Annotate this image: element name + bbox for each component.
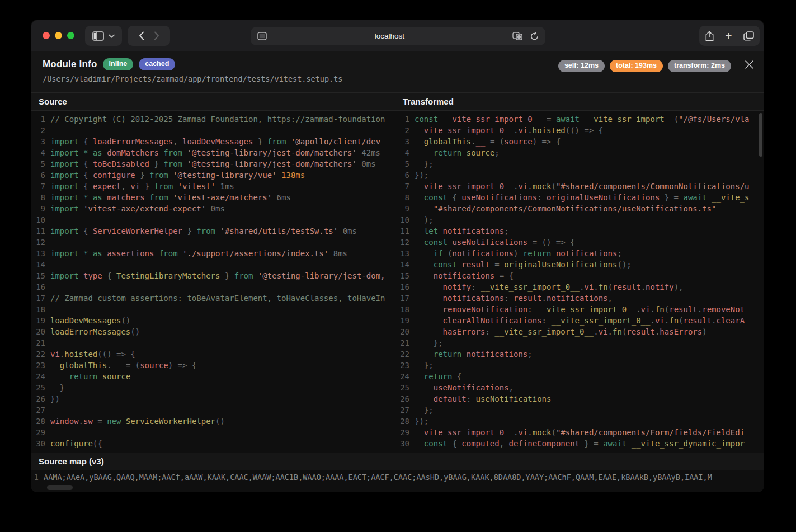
line-number: 9 <box>395 203 415 214</box>
code-line: 12 const useNotifications = () => { <box>395 237 764 248</box>
line-number: 15 <box>31 270 50 281</box>
minimize-window-button[interactable] <box>55 32 62 39</box>
line-number: 3 <box>395 136 415 147</box>
line-number: 29 <box>395 427 415 438</box>
code-line: 30 const { computed, defineComponent } =… <box>395 438 764 449</box>
reader-icon[interactable] <box>257 32 267 40</box>
line-number: 18 <box>395 304 415 315</box>
sourcemap-section: Source map (v3) 1 AAMA;AAeA,yBAAG,QAAQ,M… <box>31 453 764 491</box>
tabs-overview-icon[interactable] <box>743 31 754 41</box>
line-number: 27 <box>395 404 415 416</box>
address-bar[interactable]: localhost $ <box>251 27 545 45</box>
code-line: 3 globalThis.__ = (source) => { <box>395 136 764 147</box>
transformed-code-editor[interactable]: 1const __vite_ssr_import_0__ = await __v… <box>395 111 764 453</box>
line-number: 30 <box>31 438 50 449</box>
line-number: 6 <box>395 170 415 181</box>
vertical-scrollbar-thumb[interactable] <box>759 113 762 157</box>
line-number: 4 <box>31 147 50 158</box>
code-line: 22 return notifications; <box>395 349 764 360</box>
code-line: 7import { expect, vi } from 'vitest' 1ms <box>31 181 395 192</box>
nav-divider <box>149 30 149 41</box>
chevron-down-icon <box>109 34 115 38</box>
source-pane: Source 1// Copyright (C) 2012-2025 Zamma… <box>31 93 395 453</box>
code-line: 28}); <box>395 416 764 427</box>
code-line: 21 <box>31 337 395 349</box>
code-line: 26}) <box>31 393 395 404</box>
code-line: 5 }; <box>395 158 764 170</box>
line-number: 27 <box>31 404 50 416</box>
line-number: 6 <box>31 170 50 181</box>
line-number: 20 <box>31 326 50 337</box>
line-number: 26 <box>395 393 415 404</box>
code-line: 1const __vite_ssr_import_0__ = await __v… <box>395 114 764 125</box>
transformed-pane-title: Transformed <box>395 93 764 111</box>
url-text[interactable]: localhost <box>267 32 512 40</box>
sourcemap-line: 1 AAMA;AAeA,yBAAG,QAAQ,MAAM;AACf,aAAW,KA… <box>31 470 764 484</box>
line-number: 30 <box>395 438 415 449</box>
sidebar-toggle-button[interactable] <box>85 26 122 46</box>
code-line: 5import { toBeDisabled } from '@testing-… <box>31 158 395 170</box>
plus-icon[interactable]: + <box>725 29 732 43</box>
code-line: 9 "#shared/components/CommonNotification… <box>395 203 764 214</box>
line-number: 26 <box>31 393 50 404</box>
line-number: 19 <box>31 315 50 326</box>
horizontal-scrollbar-thumb[interactable] <box>47 485 73 490</box>
line-number: 3 <box>31 136 50 147</box>
line-number: 8 <box>395 192 415 203</box>
line-number: 22 <box>395 349 415 360</box>
line-number: 5 <box>31 158 50 170</box>
code-panes: Source 1// Copyright (C) 2012-2025 Zamma… <box>31 93 764 453</box>
code-line: 20 hasErrors: __vite_ssr_import_0__.vi.f… <box>395 326 764 337</box>
line-number: 10 <box>31 214 50 225</box>
line-number: 12 <box>395 237 415 248</box>
line-number: 13 <box>31 248 50 259</box>
total-timing-badge: total: 193ms <box>610 60 663 72</box>
code-line: 19loadDevMessages() <box>31 315 395 326</box>
code-line: 23 globalThis.__ = (source) => { <box>31 360 395 371</box>
refresh-icon[interactable] <box>530 32 539 41</box>
line-number: 7 <box>31 181 50 192</box>
code-line: 11import { ServiceWorkerHelper } from '#… <box>31 225 395 237</box>
close-button[interactable] <box>743 59 755 70</box>
close-window-button[interactable] <box>43 32 50 39</box>
code-line: 20loadErrorMessages() <box>31 326 395 337</box>
inline-badge: inline <box>103 58 134 70</box>
browser-titlebar: localhost $ <box>31 20 764 51</box>
desktop-background: localhost $ <box>0 0 796 532</box>
browser-window: localhost $ <box>31 20 764 492</box>
back-button[interactable] <box>139 31 144 40</box>
code-line: 30configure({ <box>31 438 395 449</box>
toolbar-right-buttons: + <box>699 26 760 46</box>
line-number: 2 <box>395 125 415 136</box>
code-line: 13import * as assertions from './support… <box>31 248 395 259</box>
code-line: 23 }; <box>395 360 764 371</box>
code-line: 18 removeNotification: __vite_ssr_import… <box>395 304 764 315</box>
code-line: 17 notifications: result.notifications, <box>395 293 764 304</box>
code-line: 18 <box>31 304 395 315</box>
page-title: Module Info <box>43 59 97 70</box>
code-line: 27 }; <box>395 404 764 416</box>
source-pane-title: Source <box>31 93 395 111</box>
line-number: 16 <box>31 281 50 293</box>
share-icon[interactable] <box>705 31 714 41</box>
code-line: 12 <box>31 237 395 248</box>
code-line: 15import type { TestingLibraryMatchers }… <box>31 270 395 281</box>
source-code-editor[interactable]: 1// Copyright (C) 2012-2025 Zammad Found… <box>31 111 395 453</box>
code-line: 10 ); <box>395 214 764 225</box>
code-line: 28window.sw = new ServiceWorkerHelper() <box>31 416 395 427</box>
line-number: 14 <box>31 259 50 270</box>
code-line: 13 if (notifications) return notificatio… <box>395 248 764 259</box>
forward-button[interactable] <box>154 31 159 40</box>
zoom-window-button[interactable] <box>67 32 74 39</box>
code-line: 19 clearAllNotifications: __vite_ssr_imp… <box>395 315 764 326</box>
privacy-report-icon[interactable]: $ <box>512 32 524 41</box>
code-line: 2__vite_ssr_import_0__.vi.hoisted(() => … <box>395 125 764 136</box>
line-number: 13 <box>395 248 415 259</box>
code-line: 24 return source <box>31 371 395 382</box>
line-number: 14 <box>395 259 415 270</box>
code-line: 1// Copyright (C) 2012-2025 Zammad Found… <box>31 114 395 125</box>
traffic-lights <box>43 32 74 39</box>
cached-badge: cached <box>139 58 175 70</box>
code-line: 7__vite_ssr_import_0__.vi.mock("#shared/… <box>395 181 764 192</box>
code-line: 2 <box>31 125 395 136</box>
